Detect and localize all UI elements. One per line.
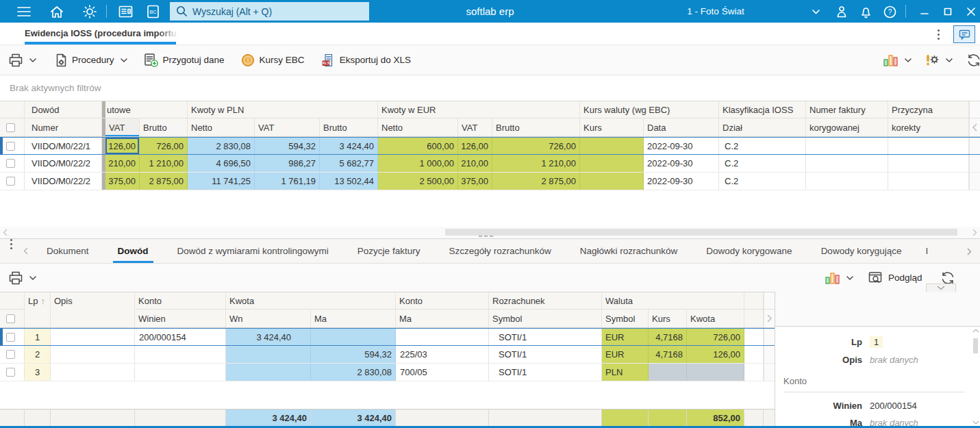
col-wn[interactable]: Wn bbox=[226, 310, 311, 327]
scrollbar-thumb[interactable] bbox=[973, 338, 978, 353]
idea-bulb-icon[interactable] bbox=[81, 3, 99, 21]
cell-vat-walutowe[interactable]: 126,00 bbox=[105, 138, 140, 154]
horizontal-scrollbar[interactable] bbox=[0, 227, 980, 238]
cell-wn[interactable] bbox=[226, 346, 311, 363]
cell-kurs[interactable] bbox=[649, 364, 687, 381]
col-vat-walutowe[interactable]: VAT bbox=[105, 118, 140, 136]
cell-netto-pln[interactable]: 2 830,08 bbox=[188, 138, 255, 154]
minimize-button[interactable] bbox=[916, 3, 933, 21]
cell-dzial[interactable]: C.2 bbox=[719, 138, 806, 154]
scroll-left-icon[interactable] bbox=[972, 123, 977, 131]
tabs-scroll-left-icon[interactable] bbox=[23, 239, 28, 263]
cell-rozrachunek[interactable]: SOTI/1 bbox=[489, 364, 602, 381]
help-icon[interactable]: ? bbox=[881, 3, 899, 21]
row-checkbox[interactable] bbox=[6, 350, 15, 359]
cell-data[interactable]: 2022-09-30 bbox=[644, 138, 719, 154]
tab-dowod[interactable]: Dowód bbox=[103, 239, 163, 263]
bc-book-icon[interactable]: BC bbox=[144, 3, 162, 21]
cell-konto-ma[interactable] bbox=[396, 329, 489, 345]
cell-lp[interactable]: 3 bbox=[25, 364, 51, 381]
company-selector[interactable]: 1 - Foto Świat bbox=[657, 0, 774, 23]
tab-naglowki-rozrachunkow[interactable]: Nagłówki rozrachunków bbox=[566, 239, 692, 263]
cell-konto-winien[interactable] bbox=[135, 346, 226, 363]
scroll-right-icon[interactable] bbox=[767, 314, 772, 323]
col-group-rozrachunek[interactable]: Rozrachunek bbox=[489, 292, 602, 309]
row-checkbox[interactable] bbox=[6, 177, 15, 186]
print-button[interactable] bbox=[8, 271, 36, 285]
refresh-button[interactable] bbox=[966, 53, 980, 67]
tabs-scroll-right-icon[interactable] bbox=[967, 241, 978, 262]
cell-opis[interactable] bbox=[51, 364, 135, 381]
cell-vat-walutowe[interactable]: 375,00 bbox=[105, 173, 140, 190]
col-netto-pln[interactable]: Netto bbox=[188, 118, 255, 136]
cell-data[interactable]: 2022-09-30 bbox=[644, 155, 719, 172]
cell-brutto-eur[interactable]: 1 210,00 bbox=[492, 155, 580, 172]
cell-vat-eur[interactable]: 375,00 bbox=[458, 173, 492, 190]
col-group-walutowe[interactable]: utowe bbox=[105, 101, 188, 118]
col-numer[interactable]: Numer bbox=[25, 118, 102, 136]
tab-pozycje-faktury[interactable]: Pozycje faktury bbox=[343, 239, 435, 263]
cell-opis[interactable] bbox=[51, 346, 135, 363]
col-group-kwota[interactable]: Kwota bbox=[226, 292, 396, 309]
col-dzial[interactable]: Dział bbox=[719, 118, 806, 136]
refresh-button[interactable] bbox=[940, 271, 955, 285]
col-ma[interactable]: Ma bbox=[311, 310, 396, 327]
col-group-kurs-waluty[interactable]: Kurs waluty (wg EBC) bbox=[580, 101, 719, 118]
col-konto-ma[interactable]: Ma bbox=[396, 310, 489, 327]
opis-value[interactable]: brak danych bbox=[870, 355, 918, 365]
cell-brutto-walutowe[interactable]: 2 875,00 bbox=[140, 173, 188, 190]
cell-wn[interactable] bbox=[226, 364, 311, 381]
cell-kurs[interactable] bbox=[580, 138, 644, 154]
table-row[interactable]: VIIDO/M0/22/2 210,00 1 210,00 4 696,50 9… bbox=[0, 155, 980, 173]
col-brutto-walutowe[interactable]: Brutto bbox=[140, 118, 188, 136]
comments-button[interactable] bbox=[953, 25, 975, 43]
cell-vat-pln[interactable]: 986,27 bbox=[255, 155, 320, 172]
winien-value[interactable]: 200/000154 bbox=[870, 401, 917, 411]
scroll-down-icon[interactable] bbox=[972, 420, 979, 425]
cell-brutto-walutowe[interactable]: 1 210,00 bbox=[140, 155, 188, 172]
col-data[interactable]: Data bbox=[644, 118, 719, 136]
col-winien[interactable]: Winien bbox=[135, 310, 226, 327]
cell-waluta-symbol[interactable]: EUR bbox=[602, 346, 649, 363]
tab-szczegoly-rozrachunkow[interactable]: Szczegóły rozrachunków bbox=[434, 239, 565, 263]
table-row[interactable]: VIIDO/M0/22/2 375,00 2 875,00 11 741,25 … bbox=[0, 173, 980, 190]
row-checkbox[interactable] bbox=[6, 333, 15, 342]
cell-lp[interactable]: 1 bbox=[25, 329, 51, 345]
cell-brutto-pln[interactable]: 5 682,77 bbox=[320, 155, 378, 172]
col-group-konto-wn[interactable]: Konto bbox=[135, 292, 226, 309]
col-waluta-symbol[interactable]: Symbol bbox=[602, 310, 649, 327]
cell-opis[interactable] bbox=[51, 329, 135, 345]
cell-waluta-symbol[interactable]: EUR bbox=[602, 329, 649, 345]
tab-dowody-korygowane[interactable]: Dowody korygowane bbox=[692, 239, 806, 263]
col-korekty[interactable]: korekty bbox=[888, 118, 969, 136]
cell-brutto-walutowe[interactable]: 726,00 bbox=[140, 138, 188, 154]
cell-netto-pln[interactable]: 11 741,25 bbox=[188, 173, 255, 190]
cell-przyczyna[interactable] bbox=[888, 155, 969, 172]
cell-vat-pln[interactable]: 594,32 bbox=[255, 138, 320, 154]
lp-value[interactable]: 1 bbox=[870, 336, 883, 348]
cell-dzial[interactable]: C.2 bbox=[719, 173, 806, 190]
col-netto-eur[interactable]: Netto bbox=[378, 118, 458, 136]
cell-brutto-eur[interactable]: 726,00 bbox=[492, 138, 580, 154]
cell-numer[interactable]: VIIDO/M0/22/2 bbox=[25, 155, 102, 172]
cell-vat-walutowe[interactable]: 210,00 bbox=[105, 155, 140, 172]
tab-truncated[interactable]: I bbox=[916, 239, 928, 263]
preview-button[interactable]: Podgląd bbox=[868, 271, 922, 284]
cell-ma[interactable]: 594,32 bbox=[311, 346, 396, 363]
col-brutto-pln[interactable]: Brutto bbox=[320, 118, 378, 136]
search-input[interactable] bbox=[192, 6, 357, 17]
cell-konto-winien[interactable]: 200/000154 bbox=[135, 329, 226, 345]
maximize-button[interactable] bbox=[939, 3, 957, 21]
table-row[interactable]: 3 2 830,08 700/05 SOTI/1 PLN bbox=[0, 364, 775, 381]
cell-data[interactable]: 2022-09-30 bbox=[644, 173, 719, 190]
cell-wn[interactable]: 3 424,40 bbox=[226, 329, 311, 345]
detail-panel-scrollbar[interactable] bbox=[971, 327, 980, 426]
ecb-rates-button[interactable]: $ Kursy EBC bbox=[241, 53, 305, 67]
col-group-przyczyna[interactable]: Przyczyna bbox=[888, 101, 969, 118]
filter-bar[interactable]: Brak aktywnych filtrów bbox=[0, 75, 980, 101]
cell-kwota[interactable] bbox=[687, 364, 744, 381]
cell-vat-eur[interactable]: 126,00 bbox=[458, 138, 492, 154]
news-document-icon[interactable] bbox=[116, 3, 134, 21]
collapse-panel-chevron[interactable] bbox=[926, 284, 956, 292]
col-group-pln[interactable]: Kwoty w PLN bbox=[188, 101, 378, 118]
